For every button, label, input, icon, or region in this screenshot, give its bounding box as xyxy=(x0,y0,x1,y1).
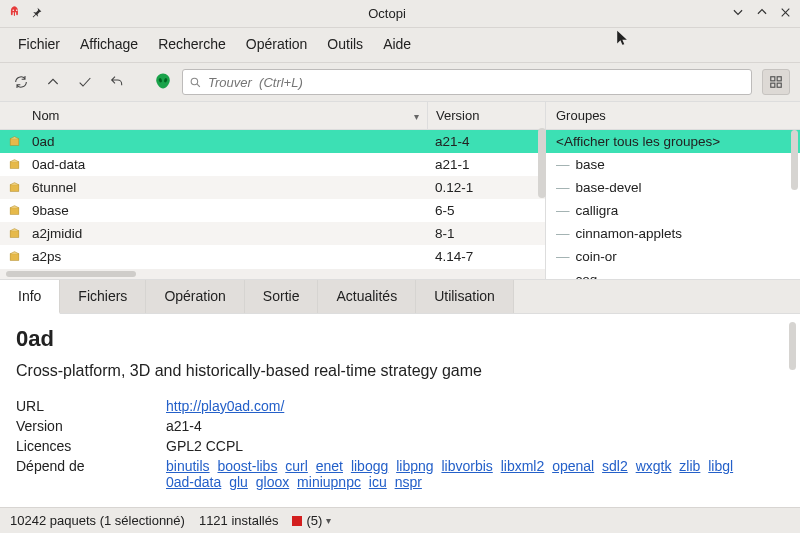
package-version: 6-5 xyxy=(427,203,545,218)
refresh-icon[interactable] xyxy=(10,71,32,93)
menu-operation[interactable]: Opération xyxy=(246,36,307,52)
update-indicator-icon xyxy=(292,516,302,526)
tab-actualités[interactable]: Actualités xyxy=(318,280,416,313)
menu-help[interactable]: Aide xyxy=(383,36,411,52)
group-label: coin-or xyxy=(576,249,617,264)
svg-rect-5 xyxy=(771,77,775,81)
dependency-link[interactable]: openal xyxy=(552,458,594,474)
dependency-link[interactable]: zlib xyxy=(679,458,700,474)
package-icon xyxy=(0,204,28,217)
tab-utilisation[interactable]: Utilisation xyxy=(416,280,514,313)
dependency-link[interactable]: sdl2 xyxy=(602,458,628,474)
grid-view-icon[interactable] xyxy=(762,69,790,95)
dependency-link[interactable]: boost-libs xyxy=(217,458,277,474)
svg-rect-11 xyxy=(10,185,19,192)
check-icon[interactable] xyxy=(74,71,96,93)
dependency-link[interactable]: icu xyxy=(369,474,387,490)
search-box[interactable] xyxy=(182,69,752,95)
dependency-link[interactable]: wxgtk xyxy=(636,458,672,474)
search-icon xyxy=(189,76,202,89)
package-icon xyxy=(0,135,28,148)
tab-opération[interactable]: Opération xyxy=(146,280,244,313)
toolbar xyxy=(0,63,800,101)
package-row[interactable]: 0ada21-4 xyxy=(0,130,545,153)
chevron-down-icon: ▾ xyxy=(326,515,331,526)
group-row[interactable]: —cinnamon-applets xyxy=(546,222,800,245)
dependency-link[interactable]: enet xyxy=(316,458,343,474)
dependency-link[interactable]: curl xyxy=(285,458,308,474)
package-icon xyxy=(0,158,28,171)
tab-fichiers[interactable]: Fichiers xyxy=(60,280,146,313)
pin-icon[interactable] xyxy=(30,6,43,22)
package-name: a2ps xyxy=(28,249,427,264)
svg-rect-14 xyxy=(10,254,19,260)
status-bar: 10242 paquets (1 sélectionné) 1121 insta… xyxy=(0,507,800,533)
info-licenses-value: GPL2 CCPL xyxy=(166,436,784,456)
close-icon[interactable] xyxy=(779,6,792,22)
undo-icon[interactable] xyxy=(106,71,128,93)
package-name: 6tunnel xyxy=(28,180,427,195)
dependency-link[interactable]: libvorbis xyxy=(441,458,492,474)
group-row[interactable]: —base-devel xyxy=(546,176,800,199)
dependency-link[interactable]: nspr xyxy=(395,474,422,490)
svg-rect-10 xyxy=(10,162,19,169)
package-version: 8-1 xyxy=(427,226,545,241)
package-version: 0.12-1 xyxy=(427,180,545,195)
column-name-header[interactable]: Nom ▾ xyxy=(0,102,427,129)
package-icon xyxy=(0,250,28,263)
package-row[interactable]: 9base6-5 xyxy=(0,199,545,222)
alien-icon[interactable] xyxy=(154,72,172,93)
group-row[interactable]: <Afficher tous les groupes> xyxy=(546,130,800,153)
info-panel: 0ad Cross-platform, 3D and historically-… xyxy=(0,314,800,507)
column-version-header[interactable]: Version xyxy=(427,102,545,129)
status-package-count: 10242 paquets (1 sélectionné) xyxy=(10,513,185,528)
package-version: 4.14-7 xyxy=(427,249,545,264)
menu-tools[interactable]: Outils xyxy=(327,36,363,52)
group-row[interactable]: —coin-or xyxy=(546,245,800,268)
status-updates[interactable]: (5) ▾ xyxy=(292,513,331,528)
package-row[interactable]: 0ad-dataa21-1 xyxy=(0,153,545,176)
dependency-link[interactable]: binutils xyxy=(166,458,210,474)
column-groups-header[interactable]: Groupes xyxy=(546,102,800,130)
svg-point-4 xyxy=(191,78,198,85)
package-row[interactable]: 6tunnel0.12-1 xyxy=(0,176,545,199)
horizontal-scrollbar[interactable] xyxy=(0,269,545,279)
dependency-link[interactable]: libpng xyxy=(396,458,433,474)
tab-sortie[interactable]: Sortie xyxy=(245,280,319,313)
info-url-link[interactable]: http://play0ad.com/ xyxy=(166,398,284,414)
svg-rect-9 xyxy=(10,139,19,146)
search-input[interactable] xyxy=(208,75,745,90)
group-label: calligra xyxy=(576,203,619,218)
dependency-link[interactable]: gloox xyxy=(256,474,289,490)
up-icon[interactable] xyxy=(42,71,64,93)
package-icon xyxy=(0,181,28,194)
tab-info[interactable]: Info xyxy=(0,280,60,314)
dependency-link[interactable]: libgl xyxy=(708,458,733,474)
minimize-icon[interactable] xyxy=(731,5,745,22)
package-row[interactable]: a2jmidid8-1 xyxy=(0,222,545,245)
group-row[interactable]: —base xyxy=(546,153,800,176)
info-version-label: Version xyxy=(16,416,166,436)
menu-search[interactable]: Recherche xyxy=(158,36,226,52)
package-row[interactable]: a2ps4.14-7 xyxy=(0,245,545,268)
groups-scrollbar[interactable] xyxy=(791,130,798,190)
menu-view[interactable]: Affichage xyxy=(80,36,138,52)
svg-rect-7 xyxy=(771,83,775,87)
svg-point-1 xyxy=(16,9,18,11)
group-row[interactable]: —coq xyxy=(546,268,800,279)
dependency-link[interactable]: libogg xyxy=(351,458,388,474)
dependency-link[interactable]: glu xyxy=(229,474,248,490)
dependency-link[interactable]: libxml2 xyxy=(501,458,545,474)
package-scrollbar[interactable] xyxy=(538,128,546,198)
menu-file[interactable]: Fichier xyxy=(18,36,60,52)
group-label: coq xyxy=(576,272,598,279)
dependency-link[interactable]: 0ad-data xyxy=(166,474,221,490)
dependency-link[interactable]: miniupnpc xyxy=(297,474,361,490)
info-scrollbar[interactable] xyxy=(789,322,796,370)
info-version-value: a21-4 xyxy=(166,416,784,436)
group-row[interactable]: —calligra xyxy=(546,199,800,222)
maximize-icon[interactable] xyxy=(755,5,769,22)
info-url-label: URL xyxy=(16,396,166,416)
package-version: a21-4 xyxy=(427,134,545,149)
sort-caret-icon: ▾ xyxy=(414,111,419,122)
